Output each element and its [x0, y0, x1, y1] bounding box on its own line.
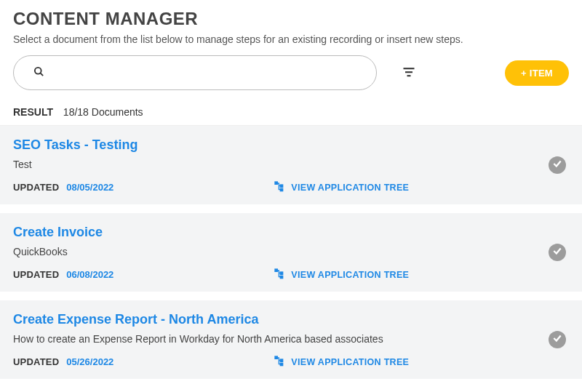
- svg-rect-11: [275, 356, 277, 359]
- svg-rect-5: [275, 182, 277, 184]
- updated-label: UPDATED: [13, 182, 59, 193]
- document-list[interactable]: SEO Tasks - Testing Test UPDATED 08/05/2…: [0, 125, 582, 384]
- view-application-tree-button[interactable]: VIEW APPLICATION TREE: [274, 268, 409, 281]
- updated-label: UPDATED: [13, 356, 59, 367]
- svg-rect-10: [281, 276, 283, 278]
- svg-rect-3: [405, 71, 412, 73]
- checkmark-icon: [552, 246, 562, 259]
- tree-icon: [274, 355, 285, 369]
- view-tree-label: VIEW APPLICATION TREE: [291, 357, 409, 367]
- status-badge: [549, 156, 566, 174]
- search-input[interactable]: [13, 55, 377, 90]
- tree-icon: [274, 180, 285, 194]
- document-description: Test: [13, 159, 569, 170]
- svg-rect-9: [281, 272, 283, 274]
- document-title[interactable]: Create Invoice: [13, 225, 569, 240]
- checkmark-icon: [552, 333, 562, 346]
- document-description: QuickBooks: [13, 246, 569, 257]
- document-card[interactable]: Create Invoice QuickBooks UPDATED 06/08/…: [0, 213, 582, 292]
- filter-icon: [402, 71, 416, 81]
- page-subtitle: Select a document from the list below to…: [13, 33, 569, 45]
- document-title[interactable]: SEO Tasks - Testing: [13, 137, 569, 153]
- checkmark-icon: [552, 159, 562, 172]
- updated-label: UPDATED: [13, 269, 59, 280]
- updated-date: 06/08/2022: [66, 269, 113, 280]
- document-title[interactable]: Create Expense Report - North America: [13, 312, 569, 327]
- status-badge: [549, 244, 566, 261]
- view-tree-label: VIEW APPLICATION TREE: [291, 270, 409, 280]
- svg-rect-4: [407, 75, 411, 76]
- page-title: CONTENT MANAGER: [13, 9, 569, 29]
- filter-button[interactable]: [397, 60, 420, 86]
- status-badge: [549, 331, 566, 348]
- svg-rect-2: [404, 68, 415, 69]
- updated-date: 05/26/2022: [66, 356, 113, 367]
- results-count: 18/18 Documents: [63, 106, 143, 118]
- updated-date: 08/05/2022: [66, 182, 113, 193]
- document-card[interactable]: SEO Tasks - Testing Test UPDATED 08/05/2…: [0, 126, 582, 204]
- add-item-button[interactable]: + ITEM: [505, 60, 569, 86]
- toolbar: + ITEM: [13, 55, 569, 90]
- document-card[interactable]: Create Expense Report - North America Ho…: [0, 300, 582, 379]
- view-application-tree-button[interactable]: VIEW APPLICATION TREE: [274, 180, 409, 194]
- svg-rect-7: [281, 188, 283, 191]
- results-label: RESULT: [13, 106, 53, 118]
- results-bar: RESULT 18/18 Documents: [13, 106, 569, 118]
- svg-rect-13: [281, 363, 283, 365]
- document-description: How to create an Expense Report in Workd…: [13, 333, 569, 345]
- view-application-tree-button[interactable]: VIEW APPLICATION TREE: [274, 355, 409, 369]
- svg-rect-6: [281, 185, 283, 187]
- svg-rect-12: [281, 359, 283, 361]
- search-wrap: [13, 55, 377, 90]
- view-tree-label: VIEW APPLICATION TREE: [291, 183, 409, 193]
- svg-rect-8: [275, 269, 277, 271]
- tree-icon: [274, 268, 285, 281]
